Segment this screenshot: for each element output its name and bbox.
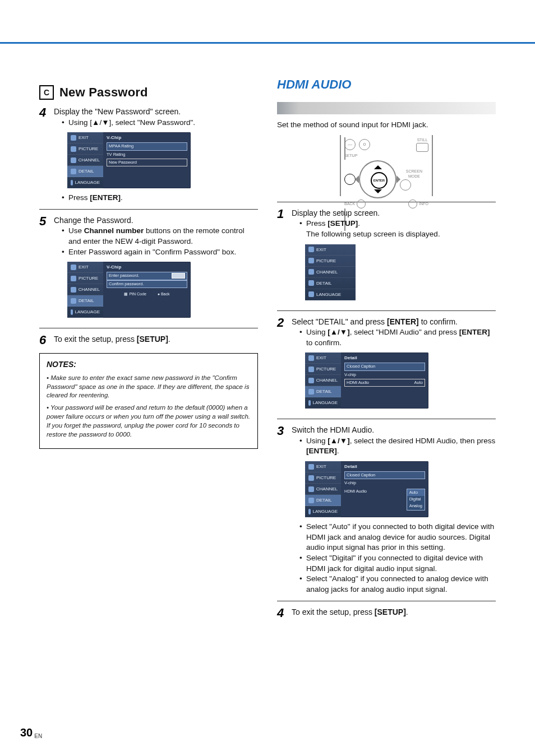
- remote-diagram: — 0 STILL SETUP ENTER: [340, 135, 433, 196]
- menu-item: PICTURE: [79, 275, 98, 281]
- osd-vchip-new-password: EXIT PICTURE CHANNEL DETAIL LANGUAGE V-C…: [67, 132, 191, 188]
- picture-icon: [308, 475, 314, 481]
- separator: [39, 209, 258, 210]
- step-number: 1: [277, 208, 287, 305]
- step-bullet: Select "Auto" if you connected to both d…: [299, 522, 496, 553]
- separator: [277, 419, 496, 419]
- left-arrow-icon: [351, 175, 359, 183]
- osd-detail-hdmi: EXIT PICTURE CHANNEL DETAIL LANGUAGE Det…: [305, 353, 428, 409]
- bullet-text: Using [▲/▼], select "New Password".: [68, 118, 195, 127]
- section-header-c: C New Password: [39, 84, 258, 101]
- step-title: Select "DETAIL" and press [ENTER] to con…: [292, 317, 496, 327]
- setup-label: SETUP: [344, 153, 428, 159]
- channel-icon: [308, 486, 314, 492]
- step-2: 2 Select "DETAIL" and press [ENTER] to c…: [277, 317, 496, 414]
- menu-item: EXIT: [79, 264, 89, 270]
- osd-row: V-chip: [344, 479, 425, 487]
- osd-title: Detail: [344, 463, 425, 470]
- dpad: ENTER: [359, 160, 396, 198]
- menu-item: DETAIL: [79, 298, 94, 304]
- right-column: HDMI AUDIO Set the method of sound input…: [277, 84, 496, 722]
- step-bullet: Select "Analog" if you connected to anal…: [299, 574, 496, 595]
- step-bullet: Using [▲/▼], select "New Password".: [62, 118, 258, 128]
- label: Enter password.: [109, 273, 139, 279]
- osd-row: Closed Caption: [344, 363, 425, 370]
- exit-icon: [71, 265, 76, 270]
- menu-item: DETAIL: [79, 168, 94, 174]
- separator: [277, 601, 496, 601]
- osd-row-selected: New Password: [107, 159, 187, 166]
- exit-icon: [308, 464, 314, 470]
- osd-row: Closed Caption: [344, 471, 425, 479]
- picture-icon: [71, 146, 76, 152]
- section-letter-box: C: [39, 85, 54, 100]
- osd-title: V-Chip: [107, 134, 187, 141]
- menu-item: DETAIL: [316, 280, 331, 286]
- osd-setup-menu: EXIT PICTURE CHANNEL DETAIL LANGUAGE: [305, 244, 356, 300]
- osd-option-list: Auto Digital Analog: [407, 489, 425, 511]
- osd-option: Digital: [407, 496, 425, 503]
- zero-button: 0: [359, 139, 370, 150]
- menu-item: CHANNEL: [79, 157, 100, 163]
- info-label: INFO: [419, 201, 428, 207]
- page-number-suffix: EN: [34, 733, 42, 739]
- note-item: • Make sure to enter the exact same new …: [47, 374, 251, 401]
- page-number-value: 30: [20, 726, 33, 739]
- menu-item: CHANNEL: [316, 269, 338, 275]
- bullet-text: Using [▲/▼], select "HDMI Audio" and pre…: [306, 328, 490, 347]
- bullet-text: Press [SETUP].: [306, 219, 360, 228]
- step-1: 1 Display the setup screen. Press [SETUP…: [277, 208, 496, 305]
- osd-footer: ▦ PIN Code ● Back: [107, 291, 187, 297]
- osd-row-selected: HDMI Audio Auto: [344, 379, 425, 387]
- step-number: 4: [277, 607, 287, 619]
- step-bullet: Using [▲/▼], select the desired HDMI Aud…: [299, 436, 496, 457]
- detail-icon: [308, 389, 314, 395]
- menu-item: DETAIL: [316, 388, 331, 395]
- section-title-bar: [277, 102, 496, 114]
- still-label: STILL: [416, 137, 428, 143]
- picture-icon: [308, 367, 314, 372]
- intro-text: Set the method of sound input for HDMI j…: [277, 120, 496, 131]
- detail-icon: [308, 498, 314, 503]
- right-arrow-icon: [396, 175, 404, 183]
- bullet-subtext: The following setup screen is displayed.: [306, 230, 440, 238]
- osd-row: TV Rating: [107, 151, 187, 159]
- detail-icon: [71, 298, 76, 304]
- step-5: 5 Change the Password. Use Channel numbe…: [39, 215, 258, 322]
- step-bullet: Enter Password again in "Confirm Passwor…: [62, 247, 258, 258]
- channel-icon: [71, 157, 76, 163]
- minus-button: —: [344, 139, 356, 150]
- step-title: Switch the HDMI Audio.: [292, 425, 496, 435]
- language-icon: [308, 291, 314, 297]
- menu-item: EXIT: [316, 247, 326, 253]
- exit-icon: [71, 135, 76, 141]
- bullet-text: Use Channel number buttons on the remote…: [68, 226, 245, 245]
- osd-option: Analog: [407, 503, 425, 509]
- notes-box: NOTES: • Make sure to enter the exact sa…: [39, 353, 258, 448]
- channel-icon: [308, 269, 314, 275]
- osd-row: MPAA Rating: [107, 142, 187, 150]
- step-bullet: Press [ENTER].: [62, 193, 258, 203]
- bullet-text: Using [▲/▼], select the desired HDMI Aud…: [306, 437, 495, 456]
- osd-title: Detail: [344, 355, 425, 361]
- step-4-right: 4 To exit the setup, press [SETUP].: [277, 607, 496, 619]
- bullet-text: Press [ENTER].: [68, 193, 123, 202]
- menu-item: PICTURE: [316, 475, 336, 481]
- osd-vchip-enter-password: EXIT PICTURE CHANNEL DETAIL LANGUAGE V-C…: [67, 262, 191, 318]
- osd-row: HDMI Audio Auto Digital Analog: [344, 488, 425, 512]
- menu-item: LANGUAGE: [313, 508, 338, 514]
- step-bullet: Press [SETUP]. The following setup scree…: [299, 219, 496, 239]
- step-6: 6 To exit the setup, press [SETUP].: [39, 334, 258, 346]
- menu-item: LANGUAGE: [316, 291, 341, 298]
- language-icon: [308, 509, 311, 514]
- left-column: C New Password 4 Display the "New Passwo…: [39, 84, 258, 722]
- step-bullet: Use Channel number buttons on the remote…: [62, 226, 258, 247]
- osd-title: V-Chip: [107, 264, 187, 270]
- menu-item: LANGUAGE: [75, 309, 100, 315]
- separator: [39, 328, 258, 328]
- info-button: [408, 200, 417, 208]
- channel-icon: [71, 287, 76, 293]
- section-title: New Password: [59, 84, 148, 101]
- step-bullet: Using [▲/▼], select "HDMI Audio" and pre…: [299, 327, 496, 348]
- step-number: 2: [277, 317, 287, 414]
